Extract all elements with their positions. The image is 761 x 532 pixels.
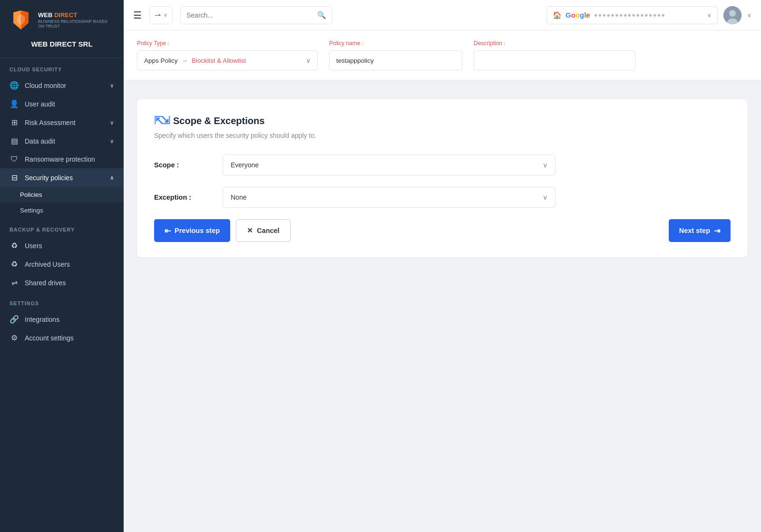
exception-select[interactable]: None ∨: [223, 187, 556, 208]
chevron-down-icon: ∨: [110, 82, 114, 89]
chevron-down-icon: ∨: [306, 57, 311, 64]
policy-type-field: Policy Type : Apps Policy → Blocklist & …: [137, 40, 318, 70]
sidebar-item-integrations[interactable]: 🔗 Integrations: [0, 310, 124, 329]
scope-card-title: ⇱⇲ Scope & Exceptions: [154, 115, 731, 127]
main-area: ☰ ⇀ ∨ 🔍 🏠 Google ●●●●●●●●●●●●●●●●● ∨: [124, 0, 761, 532]
brand-sub: BUSINESS RELATIONSHIP BASED ON TRUST: [38, 19, 114, 29]
policy-description-field: Description :: [474, 40, 635, 70]
sidebar-item-label: Ransomware protection: [25, 155, 95, 163]
sidebar-subitem-label: Policies: [20, 191, 42, 198]
topbar-right: 🏠 Google ●●●●●●●●●●●●●●●●● ∨ ∨: [546, 6, 751, 24]
policy-name-field: Policy name :: [329, 40, 462, 70]
sidebar-item-data-audit[interactable]: ▤ Data audit ∨: [0, 132, 124, 150]
sidebar-item-risk-assessment[interactable]: ⊞ Risk Assessment ∨: [0, 113, 124, 132]
brand-name: WEB DIRECT: [38, 11, 114, 19]
policy-description-input[interactable]: [474, 50, 635, 70]
sidebar-item-label: Cloud monitor: [25, 82, 66, 89]
sidebar-item-label: User audit: [25, 100, 55, 108]
sidebar-item-label: Archived Users: [25, 261, 70, 268]
drives-icon: ⇌: [10, 278, 19, 287]
menu-button[interactable]: ☰: [133, 10, 142, 20]
sidebar-item-label: Security policies: [25, 174, 73, 182]
policy-type-label: Policy Type :: [137, 40, 318, 47]
avatar-image: [723, 6, 741, 24]
exception-field-label: Exception :: [154, 193, 211, 201]
users-icon: ♻: [10, 241, 19, 250]
scope-title-text: Scope & Exceptions: [173, 116, 264, 126]
avatar[interactable]: [723, 6, 741, 24]
policy-name-input[interactable]: [329, 50, 462, 70]
search-icon: 🔍: [317, 11, 326, 19]
section-backup-recovery: BACKUP & RECOVERY: [0, 218, 124, 236]
policy-type-select[interactable]: Apps Policy → Blocklist & Allowlist ∨: [137, 50, 318, 70]
scope-description: Specify which users the security policy …: [154, 132, 731, 139]
policy-name-label: Policy name :: [329, 40, 462, 47]
shield-icon: 🛡: [10, 155, 19, 164]
sidebar-item-label: Integrations: [25, 316, 59, 323]
sidebar-item-label: Account settings: [25, 334, 74, 342]
link-icon: 🔗: [10, 315, 19, 324]
svg-point-5: [729, 10, 736, 17]
scope-select[interactable]: Everyone ∨: [223, 155, 556, 175]
chevron-down-icon: ∨: [110, 138, 114, 145]
sidebar-item-cloud-monitor[interactable]: 🌐 Cloud monitor ∨: [0, 76, 124, 95]
home-icon: 🏠: [553, 11, 562, 19]
chevron-up-icon: ∧: [110, 174, 114, 181]
google-g-logo: Google: [566, 11, 590, 19]
policy-icon: ⊟: [10, 173, 19, 182]
sidebar-item-label: Data audit: [25, 137, 55, 145]
section-settings: SETTINGS: [0, 292, 124, 310]
logo-icon: [10, 9, 32, 31]
cancel-button[interactable]: ✕ Cancel: [236, 219, 291, 242]
policy-description-label: Description :: [474, 40, 635, 47]
cancel-label: Cancel: [257, 227, 280, 234]
scope-field-label: Scope :: [154, 161, 211, 169]
sidebar-item-archived-users[interactable]: ♻ Archived Users: [0, 255, 124, 273]
user-icon: 👤: [10, 99, 19, 108]
arrow-icon: →: [182, 57, 188, 64]
scope-exceptions-card: ⇱⇲ Scope & Exceptions Specify which user…: [137, 99, 748, 257]
data-icon: ▤: [10, 136, 19, 145]
previous-step-button[interactable]: ⇤ Previous step: [154, 219, 230, 242]
policy-header-row: Policy Type : Apps Policy → Blocklist & …: [124, 30, 761, 80]
sidebar-item-account-settings[interactable]: ⚙ Account settings: [0, 329, 124, 347]
search-input[interactable]: [186, 11, 313, 19]
section-cloud-security: CLOUD SECURITY: [0, 58, 124, 76]
sidebar-item-users[interactable]: ♻ Users: [0, 236, 124, 255]
sidebar-item-security-policies[interactable]: ⊟ Security policies ∧: [0, 168, 124, 187]
scope-buttons-row: ⇤ Previous step ✕ Cancel Next step ⇥: [154, 219, 731, 242]
cancel-icon: ✕: [247, 227, 253, 234]
topbar: ☰ ⇀ ∨ 🔍 🏠 Google ●●●●●●●●●●●●●●●●● ∨: [124, 0, 761, 30]
policy-type-value: Apps Policy: [144, 57, 178, 64]
sidebar-subitem-policies[interactable]: Policies: [0, 187, 124, 203]
scope-value: Everyone: [231, 161, 259, 169]
policy-type-sub: Blocklist & Allowlist: [192, 57, 246, 64]
exception-row: Exception : None ∨: [154, 187, 731, 208]
url-bar[interactable]: 🏠 Google ●●●●●●●●●●●●●●●●● ∨: [546, 6, 718, 24]
sidebar-logo: WEB DIRECT BUSINESS RELATIONSHIP BASED O…: [0, 0, 124, 40]
exception-value: None: [231, 193, 246, 201]
url-text: ●●●●●●●●●●●●●●●●●: [594, 11, 703, 19]
url-chevron-icon: ∨: [707, 12, 712, 19]
grid-icon: ⊞: [10, 118, 19, 127]
sidebar-subitem-settings[interactable]: Settings: [0, 203, 124, 218]
company-name: WEB DIRECT SRL: [0, 40, 124, 58]
sidebar-item-label: Shared drives: [25, 279, 66, 287]
avatar-chevron-icon: ∨: [747, 12, 751, 19]
page-content: Policy Type : Apps Policy → Blocklist & …: [124, 30, 761, 532]
share-button[interactable]: ⇀ ∨: [149, 6, 173, 24]
sidebar-item-user-audit[interactable]: 👤 User audit: [0, 95, 124, 113]
chevron-down-icon: ∨: [543, 161, 547, 169]
next-step-label: Next step: [679, 227, 710, 234]
search-bar: 🔍: [180, 6, 332, 24]
sidebar-item-label: Risk Assessment: [25, 119, 76, 126]
scope-row: Scope : Everyone ∨: [154, 155, 731, 175]
next-step-button[interactable]: Next step ⇥: [669, 219, 731, 242]
avatar-svg: [723, 6, 741, 24]
sidebar-item-shared-drives[interactable]: ⇌ Shared drives: [0, 273, 124, 292]
share-icon: ⇀: [155, 10, 161, 19]
gear-icon: ⚙: [10, 333, 19, 342]
sidebar-item-ransomware-protection[interactable]: 🛡 Ransomware protection: [0, 150, 124, 168]
archive-icon: ♻: [10, 260, 19, 269]
chevron-down-icon: ∨: [110, 119, 114, 126]
